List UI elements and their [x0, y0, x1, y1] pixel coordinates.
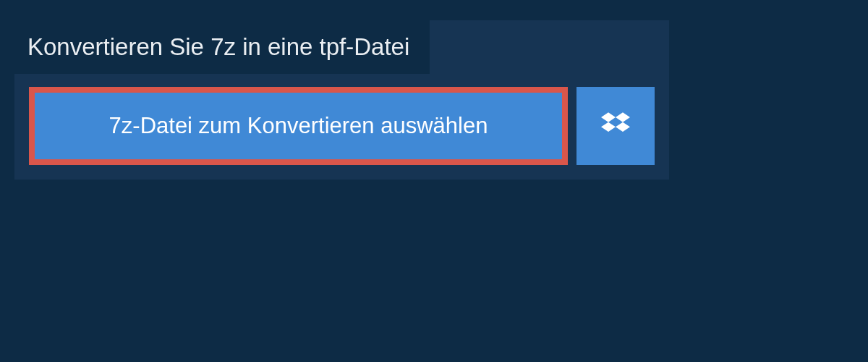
dropbox-icon [601, 110, 630, 142]
page-title: Konvertieren Sie 7z in eine tpf-Datei [27, 33, 409, 60]
converter-panel: Konvertieren Sie 7z in eine tpf-Datei 7z… [14, 20, 669, 180]
select-file-button[interactable]: 7z-Datei zum Konvertieren auswählen [29, 87, 568, 165]
select-file-label: 7z-Datei zum Konvertieren auswählen [109, 113, 488, 139]
dropbox-button[interactable] [576, 87, 655, 165]
button-row: 7z-Datei zum Konvertieren auswählen [14, 74, 669, 180]
title-tab: Konvertieren Sie 7z in eine tpf-Datei [13, 20, 430, 74]
